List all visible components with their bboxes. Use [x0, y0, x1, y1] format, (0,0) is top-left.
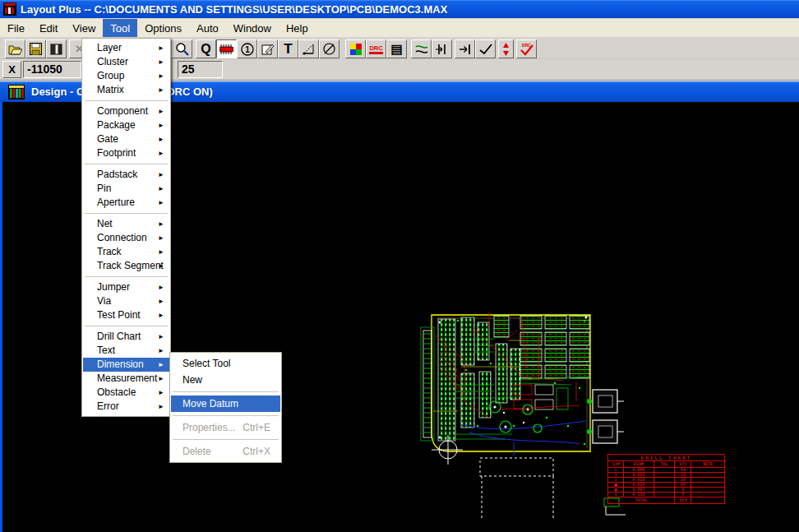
submenu-arrow-icon: ►: [158, 168, 164, 182]
dimension-properties[interactable]: Properties... Ctrl+E: [171, 419, 280, 436]
submenu-arrow-icon: ►: [158, 41, 164, 55]
tool-menu-connection[interactable]: Connection►: [83, 231, 169, 245]
x-coordinate-value: -11050: [27, 62, 62, 76]
col-sym: SYM: [608, 461, 624, 468]
menu-options[interactable]: Options: [137, 19, 189, 37]
menu-separator: [85, 100, 168, 101]
tool-menu-dimension[interactable]: Dimension►: [83, 358, 169, 372]
route-swap-icon: [415, 44, 428, 55]
tool-menu-layer[interactable]: Layer►: [83, 41, 169, 55]
zoom-button[interactable]: [172, 39, 192, 58]
menubar: File Edit View Tool Options Auto Window …: [0, 19, 799, 38]
submenu-arrow-icon: ►: [158, 372, 164, 386]
tool-menu-pin[interactable]: Pin►: [83, 182, 169, 196]
x-coordinate-field[interactable]: -11050: [23, 61, 81, 78]
dimension-new[interactable]: New: [171, 372, 280, 388]
tool-menu-aperture[interactable]: Aperture►: [83, 196, 169, 210]
submenu-arrow-icon: ►: [158, 386, 164, 400]
capacitors: [489, 401, 542, 433]
shove-track-button[interactable]: [432, 39, 452, 58]
menu-separator: [85, 164, 168, 164]
autoroute-button[interactable]: [411, 39, 432, 58]
menu-auto[interactable]: Auto: [189, 19, 226, 37]
tool-menu-track-segment[interactable]: Track Segment►: [83, 259, 169, 273]
drill-chart-title: DRILL CHART: [608, 455, 725, 461]
submenu-arrow-icon: ►: [158, 344, 164, 358]
tool-menu-package[interactable]: Package►: [83, 118, 169, 132]
submenu-arrow-icon: ►: [158, 118, 164, 132]
shortcut-label: Ctrl+E: [242, 419, 270, 436]
dimension-move-datum[interactable]: Move Datum: [171, 396, 280, 412]
tool-menu-component[interactable]: Component►: [83, 104, 169, 118]
magnifier-icon: [175, 42, 189, 56]
reroute-button[interactable]: [455, 39, 475, 58]
grid-field[interactable]: 25: [178, 61, 223, 78]
open-button[interactable]: [5, 39, 25, 58]
online-drc-button[interactable]: DRC: [366, 39, 386, 58]
menu-file[interactable]: File: [0, 19, 32, 37]
tool-menu-padstack[interactable]: Padstack►: [83, 168, 169, 182]
tool-menu-text[interactable]: Text►: [83, 344, 169, 358]
library-books-icon: [50, 44, 62, 55]
tool-menu-track[interactable]: Track►: [83, 245, 169, 259]
drill-chart: DRILL CHART SYM DIAM TOL QTY NOTE ▷0.008…: [607, 454, 725, 504]
tool-menu-measurement[interactable]: Measurement►: [83, 372, 169, 386]
tool-menu-test-point[interactable]: Test Point►: [83, 308, 169, 322]
spacing-arrows-icon: [502, 43, 510, 56]
submenu-arrow-icon: ►: [158, 83, 164, 97]
menu-separator: [173, 439, 279, 440]
tool-menu-footprint[interactable]: Footprint►: [83, 146, 169, 160]
pin-tool-button[interactable]: 1: [237, 39, 257, 58]
menu-tool[interactable]: Tool: [103, 19, 137, 37]
text-icon: T: [284, 41, 292, 58]
svg-text:DRC: DRC: [369, 44, 383, 52]
dimension-select-tool[interactable]: Select Tool: [171, 355, 280, 372]
reconnect-button[interactable]: ▤: [386, 39, 407, 58]
tool-menu-net[interactable]: Net►: [83, 217, 169, 231]
verify-route-button[interactable]: [475, 39, 496, 58]
col-qty: QTY: [675, 461, 691, 468]
x-coordinate-button[interactable]: X: [2, 61, 21, 78]
menu-view[interactable]: View: [65, 19, 103, 37]
tool-menu-obstacle[interactable]: Obstacle►: [83, 386, 169, 400]
tool-menu-jumper[interactable]: Jumper►: [83, 280, 169, 294]
spacing-check-button[interactable]: [498, 39, 514, 58]
menu-separator: [85, 326, 168, 326]
tool-menu-matrix[interactable]: Matrix►: [83, 83, 169, 97]
window-titlebar: Layout Plus -- C:\DOCUMENTS AND SETTINGS…: [0, 0, 799, 19]
submenu-arrow-icon: ►: [158, 400, 164, 414]
tool-menu-gate[interactable]: Gate►: [83, 132, 169, 146]
tool-menu-cluster[interactable]: Cluster►: [83, 55, 169, 69]
drill-total-qty: 459: [675, 497, 691, 504]
tool-menu-drill-chart[interactable]: Drill Chart►: [83, 330, 169, 344]
query-button[interactable]: Q: [196, 39, 216, 58]
component-chip-icon: [219, 44, 233, 54]
submenu-arrow-icon: ►: [158, 294, 164, 308]
shortcut-label: Ctrl+X: [242, 443, 270, 460]
menu-window[interactable]: Window: [226, 19, 279, 37]
drc-check-button[interactable]: DRC: [516, 39, 537, 58]
text-tool-button[interactable]: T: [278, 39, 298, 58]
submenu-arrow-icon: ►: [158, 196, 164, 210]
dimension-tool-button[interactable]: [298, 39, 319, 58]
dimension-delete[interactable]: Delete Ctrl+X: [171, 443, 280, 460]
tool-menu-via[interactable]: Via►: [83, 294, 169, 308]
save-button[interactable]: [25, 39, 46, 58]
color-palette-icon: [350, 44, 362, 55]
obstacle-tool-button[interactable]: [257, 39, 278, 58]
col-note: NOTE: [691, 461, 725, 468]
component-tool-button[interactable]: [216, 39, 237, 58]
submenu-arrow-icon: ►: [158, 69, 164, 83]
tool-menu-error[interactable]: Error►: [83, 400, 169, 414]
library-button[interactable]: [46, 39, 67, 58]
save-floppy-icon: [30, 43, 42, 55]
drill-total-label: TOTAL: [608, 497, 675, 504]
connection-tool-button[interactable]: [319, 39, 339, 58]
tool-menu-group[interactable]: Group►: [83, 69, 169, 83]
menu-edit[interactable]: Edit: [32, 19, 65, 37]
shove-icon: [436, 44, 449, 55]
color-settings-button[interactable]: [345, 39, 366, 58]
submenu-arrow-icon: ►: [158, 132, 164, 146]
app-icon: [3, 2, 16, 16]
menu-help[interactable]: Help: [279, 19, 316, 37]
